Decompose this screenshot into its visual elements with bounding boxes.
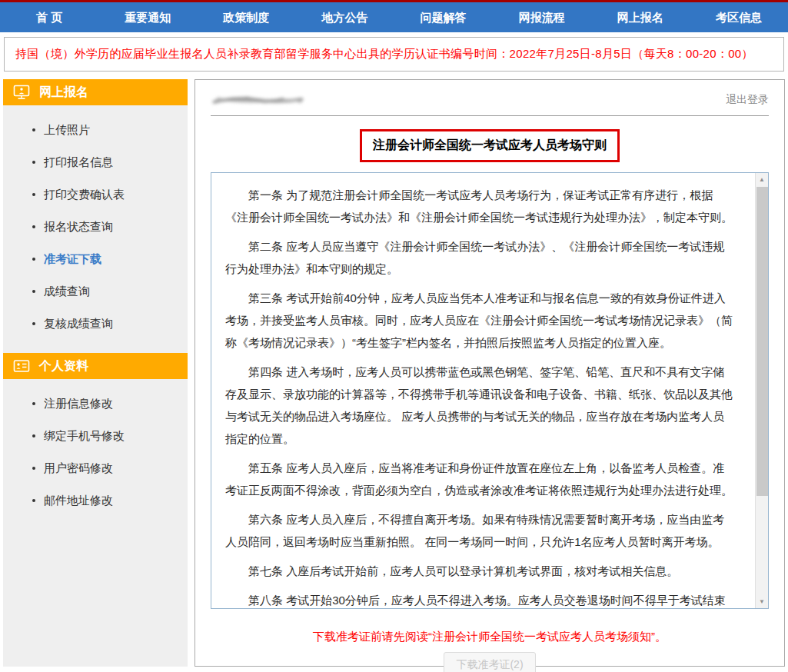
monitor-icon — [13, 85, 30, 100]
sidebar-item-label: 邮件地址修改 — [44, 494, 113, 508]
sidebar-item-score-review-inquiry[interactable]: 复核成绩查询 — [3, 308, 188, 340]
nav-item-qa[interactable]: 问题解答 — [394, 2, 493, 32]
nav-item-registration-process[interactable]: 网报流程 — [493, 2, 591, 32]
sidebar-item-label: 绑定手机号修改 — [44, 429, 125, 444]
sidebar-item-print-registration-info[interactable]: 打印报名信息 — [3, 146, 188, 178]
sidebar-item-upload-photo[interactable]: 上传照片 — [3, 114, 188, 146]
download-notice-text: 下载准考证前请先阅读“注册会计师全国统一考试应考人员考场须知”。 — [211, 630, 769, 644]
rule-paragraph-8: 第八条 考试开始30分钟后，应考人员不得进入考场。应考人员交卷退场时间不得早于考… — [225, 589, 734, 609]
download-button-row: 下载准考证(2) — [211, 652, 769, 672]
sidebar-item-score-inquiry[interactable]: 成绩查询 — [3, 275, 188, 308]
panel-header: 退出登录 — [211, 91, 769, 108]
bullet-dot — [32, 322, 35, 325]
bullet-dot — [32, 290, 35, 293]
nav-item-exam-areas[interactable]: 考区信息 — [690, 2, 788, 32]
rule-paragraph-4: 第四条 进入考场时，应考人员可以携带蓝色或黑色钢笔、签字笔、铅笔、直尺和不具有文… — [225, 361, 734, 450]
sidebar-section-online-registration: 网上报名 — [3, 79, 188, 105]
main-panel: 退出登录 注册会计师全国统一考试应考人员考场守则 第一条 为了规范注册会计师全国… — [195, 79, 785, 667]
bullet-dot — [32, 434, 35, 437]
bullet-dot — [32, 467, 35, 470]
scrollbar[interactable]: ▲ ▼ — [755, 173, 768, 608]
sidebar-section-title: 网上报名 — [39, 85, 88, 101]
user-name-redacted — [211, 93, 307, 107]
bullet-dot — [32, 193, 35, 196]
rule-paragraph-7: 第七条 入座后考试开始前，应考人员可以登录计算机考试界面，核对考试相关信息。 — [225, 560, 734, 582]
bullet-dot — [32, 258, 35, 261]
rule-paragraph-1: 第一条 为了规范注册会计师全国统一考试应考人员考场行为，保证考试正常有序进行，根… — [225, 184, 734, 228]
sidebar-item-print-payment-confirmation[interactable]: 打印交费确认表 — [3, 178, 188, 211]
sidebar-items-group-2: 注册信息修改 绑定手机号修改 用户密码修改 邮件地址修改 — [3, 379, 188, 530]
logout-link[interactable]: 退出登录 — [726, 93, 769, 107]
sidebar-item-phone-number-edit[interactable]: 绑定手机号修改 — [3, 420, 188, 452]
bullet-dot — [32, 161, 35, 164]
sidebar-item-label: 报名状态查询 — [44, 220, 113, 235]
sidebar-item-label: 打印报名信息 — [44, 155, 113, 170]
rule-paragraph-2: 第二条 应考人员应当遵守《注册会计师全国统一考试办法》、《注册会计师全国统一考试… — [225, 235, 734, 280]
scrollbar-thumb[interactable] — [756, 187, 768, 496]
sidebar-item-label: 用户密码修改 — [44, 461, 113, 476]
sidebar-section-personal-info: 个人资料 — [3, 353, 188, 379]
nav-item-important-notices[interactable]: 重要通知 — [98, 2, 197, 32]
sidebar-item-label: 复核成绩查询 — [44, 317, 113, 331]
sidebar-items-group-1: 上传照片 打印报名信息 打印交费确认表 报名状态查询 准考证下载 成绩查询 — [3, 105, 188, 353]
download-admission-ticket-button[interactable]: 下载准考证(2) — [444, 652, 535, 672]
header-divider — [211, 115, 769, 116]
bullet-dot — [32, 402, 35, 405]
nav-item-home[interactable]: 首 页 — [0, 2, 98, 32]
rule-paragraph-5: 第五条 应考人员入座后，应当将准考证和身份证件放置在座位左上角，以备监考人员检查… — [225, 457, 734, 501]
content-area: 网上报名 上传照片 打印报名信息 打印交费确认表 报名状态查询 准考证下载 — [3, 79, 785, 667]
document-title-wrap: 注册会计师全国统一考试应考人员考场守则 — [211, 129, 769, 160]
sidebar-item-registration-info-edit[interactable]: 注册信息修改 — [3, 388, 188, 420]
sidebar-item-label: 上传照片 — [44, 123, 90, 138]
scroll-down-button[interactable]: ▼ — [756, 595, 768, 608]
top-navigation: 首 页 重要通知 政策制度 地方公告 问题解答 网报流程 网上报名 考区信息 — [0, 2, 788, 32]
nav-item-local-announcements[interactable]: 地方公告 — [295, 2, 394, 32]
id-card-icon — [13, 358, 30, 374]
exam-rules-scrollbox[interactable]: 第一条 为了规范注册会计师全国统一考试应考人员考场行为，保证考试正常有序进行，根… — [211, 172, 769, 609]
rule-paragraph-3: 第三条 考试开始前40分钟，应考人员应当凭本人准考证和与报名信息一致的有效身份证… — [225, 287, 734, 354]
sidebar-item-registration-status-inquiry[interactable]: 报名状态查询 — [3, 211, 188, 243]
nav-item-policies[interactable]: 政策制度 — [197, 2, 295, 32]
sidebar-item-email-edit[interactable]: 邮件地址修改 — [3, 484, 188, 517]
bullet-dot — [32, 128, 35, 131]
nav-item-online-registration[interactable]: 网上报名 — [591, 2, 690, 32]
sidebar-item-label: 注册信息修改 — [44, 397, 113, 411]
sidebar: 网上报名 上传照片 打印报名信息 打印交费确认表 报名状态查询 准考证下载 — [3, 79, 188, 667]
sidebar-section-title: 个人资料 — [39, 358, 88, 374]
rule-paragraph-6: 第六条 应考人员入座后，不得擅自离开考场。如果有特殊情况需要暂时离开考场，应当由… — [225, 508, 734, 553]
sidebar-item-label: 成绩查询 — [44, 284, 90, 299]
sidebar-item-label: 打印交费确认表 — [44, 188, 125, 202]
scroll-up-button[interactable]: ▲ — [756, 173, 768, 186]
sidebar-item-label: 准考证下载 — [44, 252, 101, 267]
notice-banner: 持国（境）外学历的应届毕业生报名人员补录教育部留学服务中心出具的学历认证书编号时… — [4, 37, 784, 72]
notice-banner-text: 持国（境）外学历的应届毕业生报名人员补录教育部留学服务中心出具的学历认证书编号时… — [15, 47, 753, 60]
bullet-dot — [32, 225, 35, 228]
document-title: 注册会计师全国统一考试应考人员考场守则 — [360, 129, 620, 162]
bullet-dot — [32, 499, 35, 502]
sidebar-item-admission-ticket-download[interactable]: 准考证下载 — [3, 243, 188, 275]
sidebar-item-password-edit[interactable]: 用户密码修改 — [3, 452, 188, 484]
